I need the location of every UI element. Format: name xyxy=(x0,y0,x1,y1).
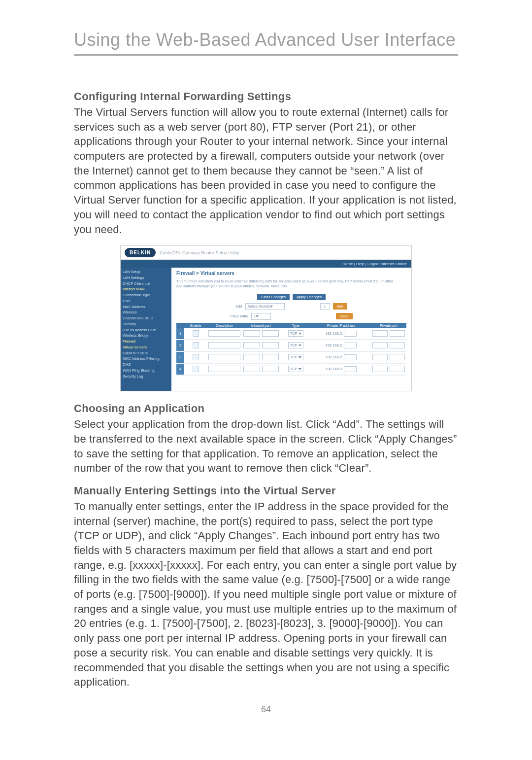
ss-sidebar: LAN SetupLAN SettingsDHCP Client ListInt… xyxy=(121,268,171,391)
row-index: 2 xyxy=(176,340,184,351)
description-input[interactable] xyxy=(208,354,240,360)
sidebar-item[interactable]: Internet WAN xyxy=(123,287,169,292)
sidebar-item[interactable]: Connection Type xyxy=(123,293,169,298)
chevron-down-icon xyxy=(256,315,259,317)
private-port-start[interactable] xyxy=(372,342,388,348)
ss-navbar: Home | Help | Logout Internet Status: xyxy=(121,260,411,268)
inbound-port-end[interactable] xyxy=(262,330,279,337)
table-header: Private IP address xyxy=(311,323,371,328)
enable-checkbox[interactable] xyxy=(193,330,199,337)
type-select[interactable]: TCP xyxy=(288,354,303,360)
body-manual: To manually enter settings, enter the IP… xyxy=(74,499,458,690)
ip-last-octet-input[interactable] xyxy=(344,331,357,337)
title-rule xyxy=(74,54,458,56)
ip-last-octet-input[interactable] xyxy=(344,354,357,360)
table-row: 4TCP192.168.2. xyxy=(176,363,406,375)
ip-last-octet-input[interactable] xyxy=(344,366,357,372)
private-ip: 192.168.2. xyxy=(326,331,357,336)
inbound-port-end[interactable] xyxy=(262,342,279,348)
sidebar-item[interactable]: DNS xyxy=(123,299,169,304)
heading-manual: Manually Entering Settings into the Virt… xyxy=(74,484,458,497)
table-row: 2TCP192.168.2. xyxy=(176,340,406,351)
chevron-down-icon xyxy=(299,345,301,346)
private-port-start[interactable] xyxy=(372,330,388,337)
private-ip: 192.168.2. xyxy=(326,355,357,359)
private-port-start[interactable] xyxy=(372,354,388,360)
type-select[interactable]: TCP xyxy=(288,342,303,348)
sidebar-item[interactable]: Virtual Servers xyxy=(123,345,169,350)
ss-main-title: Firewall > Virtual servers xyxy=(176,271,406,276)
sidebar-item[interactable]: DMZ xyxy=(123,362,169,367)
inbound-port-end[interactable] xyxy=(262,366,279,372)
ss-subtitle: Cable/DSL Gateway Router Setup Utility xyxy=(160,250,239,255)
row-index: 4 xyxy=(176,363,184,375)
body-configuring: The Virtual Servers function will allow … xyxy=(74,105,458,237)
clear-select[interactable]: 1 xyxy=(251,313,271,320)
sidebar-item[interactable]: MAC Address xyxy=(123,305,169,310)
enable-checkbox[interactable] xyxy=(193,366,199,372)
sidebar-item[interactable]: Wireless xyxy=(123,310,169,315)
add-select[interactable]: Active Worlds xyxy=(245,303,285,310)
private-port-end[interactable] xyxy=(390,342,405,348)
description-input[interactable] xyxy=(208,330,240,337)
table-header: Private port xyxy=(371,323,406,328)
type-select[interactable]: TCP xyxy=(288,366,303,372)
sidebar-item[interactable]: LAN Setup xyxy=(123,270,169,275)
inbound-port-start[interactable] xyxy=(243,354,260,360)
private-ip: 192.168.2. xyxy=(326,367,357,371)
inbound-port-start[interactable] xyxy=(243,342,260,348)
type-select[interactable]: TCP xyxy=(288,330,303,337)
sidebar-item[interactable]: Channel and SSID xyxy=(123,316,169,321)
ip-last-octet-input[interactable] xyxy=(344,343,357,348)
table-row: 1TCP192.168.2. xyxy=(176,328,406,340)
sidebar-item[interactable]: Security xyxy=(123,322,169,327)
table-header: Inbound port xyxy=(242,323,280,328)
belkin-logo: BELKIN xyxy=(125,248,156,257)
heading-configuring: Configuring Internal Forwarding Settings xyxy=(74,90,458,103)
page-number: 64 xyxy=(74,704,458,715)
ss-navtext: Home | Help | Logout Internet Status: xyxy=(342,262,407,266)
page-title: Using the Web-Based Advanced User Interf… xyxy=(74,30,458,50)
row-input[interactable]: 1 xyxy=(320,303,330,310)
clear-changes-button[interactable]: Clear Changes xyxy=(257,294,290,300)
sidebar-item[interactable]: Use as Access Point xyxy=(123,328,169,333)
router-screenshot: BELKIN Cable/DSL Gateway Router Setup Ut… xyxy=(120,245,412,391)
inbound-port-end[interactable] xyxy=(262,354,279,360)
apply-changes-button[interactable]: Apply Changes xyxy=(293,294,326,300)
chevron-down-icon xyxy=(270,306,273,308)
sidebar-item[interactable]: Client IP Filters xyxy=(123,351,169,356)
description-input[interactable] xyxy=(208,366,240,372)
add-label: Add xyxy=(235,304,242,309)
inbound-port-start[interactable] xyxy=(243,330,260,337)
table-header: Description xyxy=(207,323,241,328)
table-header xyxy=(176,323,184,328)
enable-checkbox[interactable] xyxy=(193,342,199,348)
private-ip: 192.168.2. xyxy=(326,343,357,347)
table-header: Enable xyxy=(184,323,207,328)
ss-main-desc: This function will allow you to route ex… xyxy=(176,279,406,289)
chevron-down-icon xyxy=(299,333,301,335)
description-input[interactable] xyxy=(208,342,240,348)
clear-entry-label: Clear entry xyxy=(230,314,248,318)
chevron-down-icon xyxy=(299,356,301,358)
body-choosing: Select your application from the drop-do… xyxy=(74,417,458,476)
row-index: 3 xyxy=(176,351,184,363)
sidebar-item[interactable]: MAC Address Filtering xyxy=(123,356,169,361)
row-index: 1 xyxy=(176,328,184,340)
private-port-start[interactable] xyxy=(372,366,388,372)
add-button[interactable]: Add xyxy=(333,303,347,310)
sidebar-item[interactable]: LAN Settings xyxy=(123,276,169,280)
sidebar-item[interactable]: Security Log xyxy=(123,374,169,379)
sidebar-item[interactable]: Firewall xyxy=(123,339,169,344)
private-port-end[interactable] xyxy=(390,354,405,360)
sidebar-item[interactable]: Wireless Bridge xyxy=(123,333,169,338)
ss-main: Firewall > Virtual servers This function… xyxy=(171,268,411,391)
private-port-end[interactable] xyxy=(390,366,405,372)
private-port-end[interactable] xyxy=(390,330,405,337)
sidebar-item[interactable]: WAN Ping Blocking xyxy=(123,368,169,373)
inbound-port-start[interactable] xyxy=(243,366,260,372)
enable-checkbox[interactable] xyxy=(193,354,199,360)
sidebar-item[interactable]: DHCP Client List xyxy=(123,281,169,286)
clear-button[interactable]: Clear xyxy=(336,313,353,319)
table-header: Type xyxy=(280,323,311,328)
